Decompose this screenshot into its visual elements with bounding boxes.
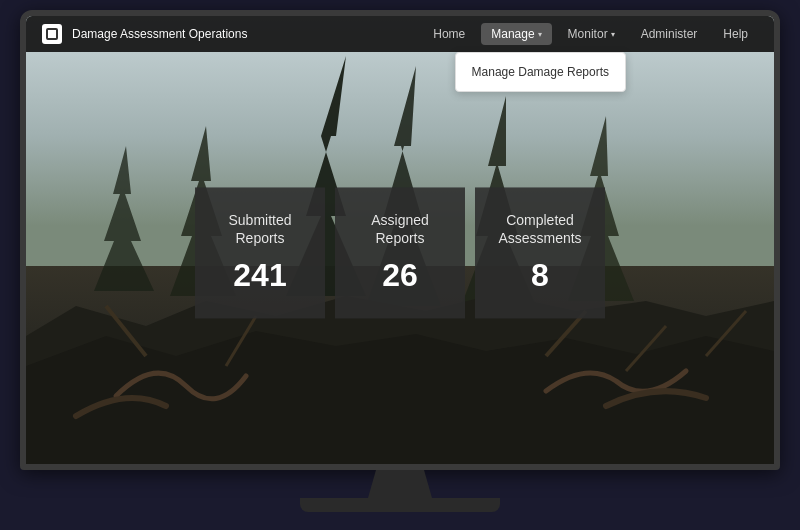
submitted-reports-value: 241 <box>211 258 309 295</box>
completed-assessments-label: Completed Assessments <box>491 211 589 247</box>
screen: Damage Assessment Operations Home Manage… <box>26 16 774 464</box>
monitor-neck <box>360 470 440 498</box>
monitor-outer: Damage Assessment Operations Home Manage… <box>20 10 780 520</box>
nav-home[interactable]: Home <box>423 23 475 45</box>
nav-links: Home Manage ▾ Monitor ▾ Administer Help <box>423 23 758 45</box>
navbar: Damage Assessment Operations Home Manage… <box>26 16 774 52</box>
logo-icon <box>46 28 58 40</box>
nav-monitor[interactable]: Monitor ▾ <box>558 23 625 45</box>
nav-administer[interactable]: Administer <box>631 23 708 45</box>
manage-damage-reports-item[interactable]: Manage Damage Reports <box>456 57 625 87</box>
manage-chevron-icon: ▾ <box>538 30 542 39</box>
nav-help[interactable]: Help <box>713 23 758 45</box>
manage-dropdown: Manage Damage Reports <box>455 52 626 92</box>
assigned-reports-label: Assigned Reports <box>351 211 449 247</box>
app-title: Damage Assessment Operations <box>72 27 423 41</box>
stats-container: Submitted Reports 241 Assigned Reports 2… <box>195 187 605 318</box>
submitted-reports-label: Submitted Reports <box>211 211 309 247</box>
completed-assessments-value: 8 <box>491 258 589 295</box>
completed-assessments-card: Completed Assessments 8 <box>475 187 605 318</box>
app-logo <box>42 24 62 44</box>
monitor-base <box>300 498 500 512</box>
monitor-chevron-icon: ▾ <box>611 30 615 39</box>
nav-manage[interactable]: Manage ▾ <box>481 23 551 45</box>
monitor-frame: Damage Assessment Operations Home Manage… <box>20 10 780 470</box>
submitted-reports-card: Submitted Reports 241 <box>195 187 325 318</box>
assigned-reports-value: 26 <box>351 258 449 295</box>
assigned-reports-card: Assigned Reports 26 <box>335 187 465 318</box>
